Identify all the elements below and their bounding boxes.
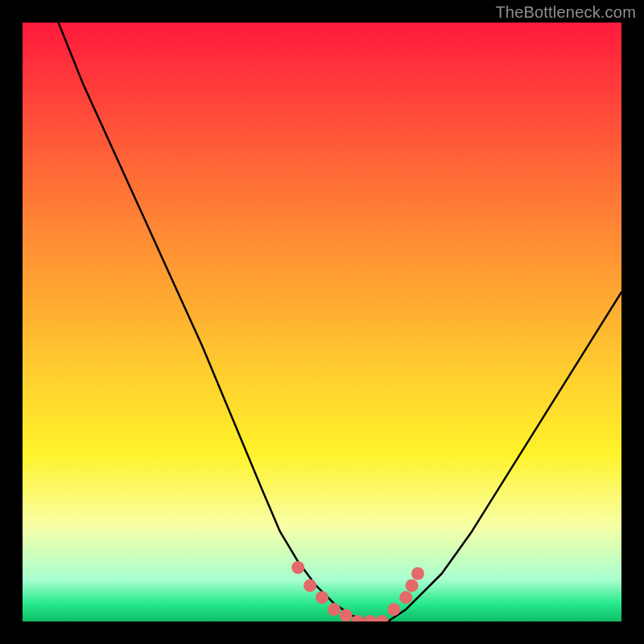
highlight-dot: [375, 615, 388, 621]
highlight-dot: [340, 609, 353, 621]
highlight-dots: [291, 561, 424, 621]
watermark-text: TheBottleneck.com: [495, 3, 636, 22]
highlight-dot: [303, 579, 316, 592]
highlight-dot: [328, 603, 341, 616]
highlight-dot: [406, 579, 419, 592]
figure-root: TheBottleneck.com: [0, 0, 644, 644]
highlight-dot: [316, 591, 328, 604]
bottleneck-curve: [59, 23, 621, 621]
highlight-dot: [411, 568, 424, 580]
highlight-dot: [387, 603, 400, 616]
highlight-dot: [399, 591, 412, 604]
bottleneck-chart-svg: [23, 23, 621, 621]
gradient-plot-area: [23, 23, 621, 621]
highlight-dot: [291, 561, 304, 574]
highlight-dot: [364, 615, 377, 621]
